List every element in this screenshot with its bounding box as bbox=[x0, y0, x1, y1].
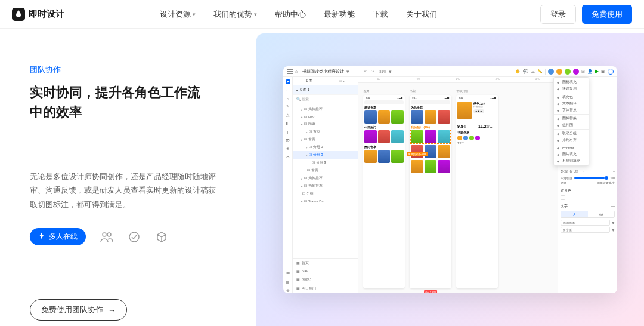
layer-search[interactable]: 🔍 搜索 bbox=[293, 95, 358, 104]
font-select[interactable]: 思源黑体 bbox=[561, 220, 610, 226]
ruler-icon[interactable]: 📏 bbox=[537, 69, 543, 74]
avatar[interactable] bbox=[556, 69, 562, 75]
chevron-down-icon[interactable]: ▾ bbox=[346, 69, 349, 75]
logo-text: 即时设计 bbox=[29, 8, 64, 20]
pen-tool-icon[interactable]: ✎ bbox=[286, 104, 290, 109]
zoom-level[interactable]: 81% bbox=[379, 70, 386, 73]
nav-about[interactable]: 关于我们 bbox=[406, 9, 437, 20]
cloud-icon[interactable]: ☁ bbox=[531, 69, 535, 74]
play-icon[interactable]: ▶ bbox=[595, 69, 599, 74]
layer-item[interactable]: ▸⊡ 为你推荐 bbox=[293, 106, 358, 113]
comment-icon[interactable]: 💬 bbox=[523, 69, 528, 74]
pill-online[interactable]: 多人在线 bbox=[30, 228, 86, 245]
page-content: 团队协作 实时协同，提升各角色工作流中的效率 无论是多位设计师协同创作，还是产品… bbox=[0, 29, 644, 326]
layer-item[interactable]: ▸⊡ Status Bar bbox=[293, 198, 358, 204]
layer-tree: ▸⊡ 为你推荐▸⊡ Nav▸⊡ 精选▸⊡ 首页▸⊡ 首页▸⊡ 分组 3▸⊡ 分组… bbox=[293, 104, 358, 258]
users-icon[interactable] bbox=[100, 230, 113, 244]
plus-icon[interactable]: + bbox=[612, 188, 615, 193]
text-tabs[interactable]: A ⟲A bbox=[561, 211, 615, 218]
nav-advantages[interactable]: 我们的优势▾ bbox=[213, 9, 257, 20]
menu-item[interactable]: ◆iconfont bbox=[554, 145, 589, 151]
layer-item[interactable]: ▦今日热门 bbox=[293, 284, 358, 293]
menu-item[interactable]: ◆排列对齐 bbox=[554, 137, 589, 143]
layer-item[interactable]: ▸⊡ 精选 bbox=[293, 120, 358, 128]
layer-item[interactable]: ▦(组队) bbox=[293, 275, 358, 284]
layers-icon[interactable]: ☰ bbox=[286, 272, 290, 276]
hero-description: 无论是多位设计师协同创作，还是产品经理随时随地评审、沟通反馈，或是研发人员查看实… bbox=[30, 170, 221, 211]
layer-item[interactable]: ▸⊡ 首页 bbox=[293, 128, 358, 136]
feature-row: 多人在线 bbox=[30, 228, 256, 245]
menu-item[interactable]: ◆图片填充 bbox=[554, 151, 589, 158]
shape-tool-icon[interactable]: ○ bbox=[286, 96, 290, 101]
opacity-slider[interactable] bbox=[574, 177, 608, 179]
menu-item[interactable]: ◆填充色 bbox=[554, 94, 589, 100]
undo-icon[interactable]: ↶ bbox=[364, 69, 367, 74]
page-row[interactable]: •页面 1 bbox=[293, 85, 358, 95]
layer-item[interactable]: ⊡ 首页 bbox=[293, 167, 358, 174]
layer-item[interactable]: ▸⊡ 首页 bbox=[293, 136, 358, 143]
artboard-home[interactable]: 首页 9:41▂▃▅ 精选专享 今日热门 圈内专享 bbox=[363, 95, 405, 288]
menu-item[interactable]: ◆图标替换 bbox=[554, 115, 589, 122]
present-icon[interactable]: ▣ bbox=[601, 69, 605, 74]
nav-help[interactable]: 帮助中心 bbox=[275, 9, 306, 20]
artboard-shelf[interactable]: 书架 9:41▂▃▅ 为你推荐 我的预计 (4%) 即时设计-Mia 300 ×… bbox=[410, 95, 451, 288]
menu-item[interactable]: ◆图框填充 bbox=[554, 79, 589, 85]
menu-item[interactable]: ◆字体替换 bbox=[554, 107, 589, 113]
tab-layers[interactable]: ⊞ ▾ bbox=[326, 79, 358, 83]
signup-button[interactable]: 免费使用 bbox=[582, 5, 632, 24]
plugin-icon[interactable]: ⊞ bbox=[581, 69, 585, 74]
more-icon[interactable]: ⋯ bbox=[611, 204, 615, 209]
avatar[interactable] bbox=[548, 69, 554, 75]
avatar[interactable] bbox=[573, 69, 579, 75]
hand-icon[interactable]: ✋ bbox=[515, 69, 521, 74]
hero-copy: 团队协作 实时协同，提升各角色工作流中的效率 无论是多位设计师协同创作，还是产品… bbox=[0, 29, 256, 326]
layer-item[interactable]: ▸⊡ 分组 3 bbox=[293, 151, 358, 159]
avatar[interactable] bbox=[565, 69, 571, 75]
layer-item[interactable]: ▦Nav bbox=[293, 267, 358, 275]
assets-icon[interactable]: ▦ bbox=[286, 280, 290, 285]
cursor-tool-icon[interactable]: ➤ bbox=[286, 79, 290, 84]
check-circle-icon[interactable] bbox=[128, 230, 141, 244]
nav-features[interactable]: 最新功能 bbox=[324, 9, 355, 20]
login-button[interactable]: 登录 bbox=[540, 5, 576, 24]
user-icon[interactable]: 👤 bbox=[587, 69, 593, 74]
text-tool-icon[interactable]: T bbox=[286, 130, 290, 134]
chevron-down-icon[interactable]: ▾ bbox=[389, 69, 392, 75]
color-swatch[interactable] bbox=[561, 195, 565, 200]
canvas[interactable]: -6040140240340 首页 9:41▂▃▅ 精选专享 今日热门 圈内专享 bbox=[358, 77, 558, 293]
cta-button[interactable]: 免费使用团队协作 → bbox=[30, 299, 127, 321]
layer-item[interactable]: ▸⊡ Nav bbox=[293, 113, 358, 120]
nav-download[interactable]: 下载 bbox=[373, 9, 388, 20]
home-icon[interactable]: ⌂ bbox=[295, 69, 298, 73]
frame-tool-icon[interactable]: ▭ bbox=[286, 88, 290, 93]
boolean-tool-icon[interactable]: ◧ bbox=[286, 121, 290, 126]
hamburger-icon[interactable] bbox=[287, 69, 293, 74]
layer-item[interactable]: ▦首页 bbox=[293, 259, 358, 267]
share-button[interactable] bbox=[608, 69, 614, 75]
layer-item[interactable]: ⊡ 分组 3 bbox=[293, 159, 358, 167]
menu-item[interactable]: ◆组件图 bbox=[554, 122, 589, 128]
tab-pages[interactable]: 页面 bbox=[293, 78, 326, 84]
component-tool-icon[interactable]: ◈ bbox=[286, 146, 290, 151]
logo[interactable]: 即时设计 bbox=[12, 8, 64, 21]
layer-item[interactable]: ▸⊡ 为你推荐 bbox=[293, 174, 358, 182]
layer-item[interactable]: ⊡ 分组 bbox=[293, 190, 358, 198]
redo-icon[interactable]: ↷ bbox=[371, 69, 374, 74]
comments-icon[interactable]: ⊕ bbox=[286, 288, 290, 293]
slice-tool-icon[interactable]: ✂ bbox=[286, 155, 290, 159]
layers-panel: 页面 ⊞ ▾ •页面 1 🔍 搜索 ▸⊡ 为你推荐▸⊡ Nav▸⊡ 精选▸⊡ 首… bbox=[293, 77, 358, 293]
menu-item[interactable]: ◆文本翻译 bbox=[554, 100, 589, 107]
nav-resources[interactable]: 设计资源▾ bbox=[160, 9, 196, 20]
menu-item[interactable]: ◆快速复用 bbox=[554, 85, 589, 92]
artboard-detail[interactable]: 书籍介绍 9:41▂▃▅ 战争之火 作者信息 ★★★ 9.8分 bbox=[456, 95, 498, 288]
cube-icon[interactable] bbox=[155, 230, 168, 244]
vector-tool-icon[interactable]: △ bbox=[286, 113, 290, 118]
weight-select[interactable]: 多字重 bbox=[561, 227, 610, 233]
remote-cursor-tag: 即时设计-Mia bbox=[407, 152, 428, 156]
image-tool-icon[interactable]: 🖼 bbox=[286, 138, 290, 143]
menu-item[interactable]: ◆不规则填充 bbox=[554, 158, 589, 164]
layer-item[interactable]: ▸⊡ 分组 3 bbox=[293, 143, 358, 151]
chevron-down-icon[interactable]: ▾ bbox=[613, 169, 615, 174]
layer-item[interactable]: ▸⊡ 为你推荐 bbox=[293, 182, 358, 190]
menu-item[interactable]: ◆取消分组 bbox=[554, 130, 589, 137]
